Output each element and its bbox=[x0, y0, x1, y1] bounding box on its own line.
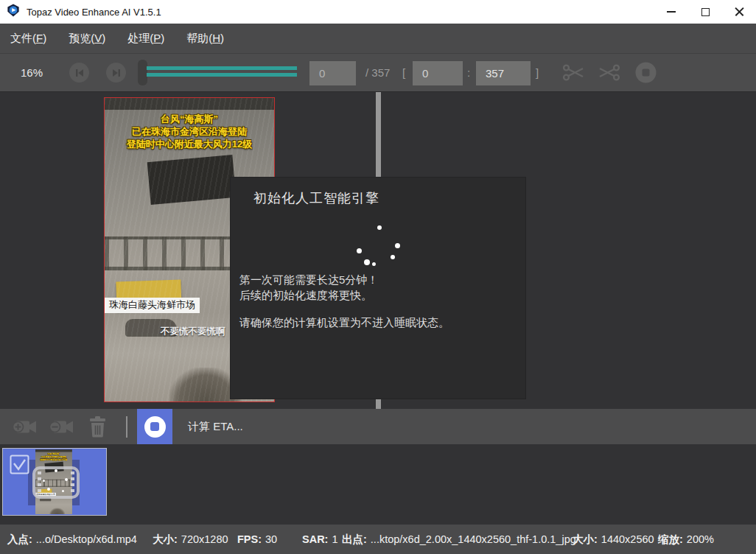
timeline-track-top[interactable] bbox=[147, 66, 297, 70]
sar-value: 1 bbox=[332, 533, 337, 545]
scale-label: 缩放: bbox=[658, 533, 683, 545]
location-tag: 珠海白藤头海鲜市场 bbox=[105, 298, 200, 313]
playback-toolbar: 16% / 357 [ : ] bbox=[0, 53, 756, 92]
in-size-label: 大小: bbox=[153, 533, 178, 545]
menu-help-close: ) bbox=[220, 32, 224, 44]
fps-value: 30 bbox=[265, 533, 277, 545]
out-size-value: 1440x2560 bbox=[601, 533, 654, 545]
fps-label: FPS: bbox=[237, 533, 262, 545]
menu-help-mnemonic: H bbox=[212, 32, 220, 44]
menu-preview-label: 预览( bbox=[69, 32, 94, 44]
skip-end-icon bbox=[112, 69, 121, 77]
maximize-icon bbox=[701, 8, 710, 16]
video-caption: 不要慌不要慌啊 bbox=[161, 326, 225, 338]
menu-process[interactable]: 处理(P) bbox=[127, 32, 175, 46]
remove-video-button[interactable] bbox=[49, 418, 74, 439]
dialog-title: 初始化人工智能引擎 bbox=[253, 189, 379, 207]
menu-process-label: 处理( bbox=[127, 32, 153, 44]
menu-preview[interactable]: 预览(V) bbox=[69, 32, 116, 46]
dialog-line-1: 第一次可能需要长达5分钟！ bbox=[239, 272, 449, 287]
skip-end-button[interactable] bbox=[106, 63, 126, 83]
timeline-track-bottom[interactable] bbox=[147, 73, 297, 77]
trim-end-input[interactable] bbox=[476, 61, 531, 85]
menu-file-close: ) bbox=[43, 32, 46, 44]
in-point-label: 入点: bbox=[7, 533, 32, 545]
menu-file-label: 文件( bbox=[10, 32, 36, 44]
sar-label: SAR: bbox=[302, 533, 328, 545]
menu-help[interactable]: 帮助(H) bbox=[186, 32, 235, 46]
range-bracket-open: [ bbox=[402, 54, 405, 91]
trim-in-button[interactable] bbox=[562, 63, 584, 85]
add-video-button[interactable] bbox=[12, 418, 37, 439]
minimize-icon bbox=[667, 11, 676, 13]
init-engine-dialog: 初始化人工智能引擎 第一次可能需要长达5分钟！ 后续的初始化速度将更快。 请确保… bbox=[231, 178, 525, 399]
camera-minus-icon bbox=[49, 418, 74, 436]
stop-square-icon bbox=[144, 416, 166, 438]
range-bracket-close: ] bbox=[536, 54, 539, 91]
delete-video-button[interactable] bbox=[88, 416, 108, 441]
menu-process-mnemonic: P bbox=[153, 32, 161, 44]
stop-preview-button[interactable] bbox=[635, 62, 657, 86]
out-size-label: 大小: bbox=[573, 533, 598, 545]
dialog-line-3: 请确保您的计算机设置为不进入睡眠状态。 bbox=[239, 315, 449, 330]
current-frame-input[interactable] bbox=[309, 61, 356, 85]
trim-start-input[interactable] bbox=[413, 61, 463, 85]
skip-start-icon bbox=[75, 69, 84, 77]
menu-file-mnemonic: F bbox=[36, 32, 43, 44]
eta-status-label: 计算 ETA... bbox=[188, 409, 243, 444]
in-point-value: ...o/Desktop/x6d.mp4 bbox=[36, 533, 137, 545]
headline-line-1: 台风“海高斯” bbox=[105, 113, 274, 125]
range-separator: : bbox=[467, 54, 470, 91]
scale-value: 200% bbox=[687, 533, 714, 545]
preview-area: 台风“海高斯” 已在珠海市金湾区沿海登陆 登陆时中心附近最大风力12级 珠海白藤… bbox=[0, 92, 756, 409]
close-icon bbox=[735, 7, 744, 17]
scissors-right-icon bbox=[598, 63, 620, 82]
skip-start-button[interactable] bbox=[69, 63, 89, 83]
app-window: Topaz Video Enhance AI V1.5.1 文件(F) 预览(V… bbox=[0, 0, 756, 554]
headline-line-3: 登陆时中心附近最大风力12级 bbox=[105, 138, 274, 150]
camera-plus-icon bbox=[12, 418, 37, 436]
stop-circle-icon bbox=[635, 62, 657, 83]
maximize-button[interactable] bbox=[688, 0, 722, 24]
dialog-line-2: 后续的初始化速度将更快。 bbox=[239, 287, 449, 303]
status-bar: 入点:...o/Desktop/x6d.mp4 大小:720x1280 FPS:… bbox=[0, 525, 756, 554]
total-frames-label: / 357 bbox=[365, 54, 390, 91]
out-point-value: ...ktop/x6d_2.00x_1440x2560_thf-1.0.1_jp… bbox=[371, 533, 579, 545]
dialog-body: 第一次可能需要长达5分钟！ 后续的初始化速度将更快。 请确保您的计算机设置为不进… bbox=[239, 272, 449, 330]
scissors-left-icon bbox=[562, 63, 584, 82]
trash-icon bbox=[88, 416, 108, 438]
headline-line-2: 已在珠海市金湾区沿海登陆 bbox=[105, 125, 274, 138]
toolbar-divider bbox=[126, 416, 127, 438]
zoom-level-label: 16% bbox=[21, 54, 43, 91]
menu-preview-close: ) bbox=[102, 32, 105, 44]
checkbox-checked-icon bbox=[10, 455, 29, 474]
minimize-button[interactable] bbox=[654, 0, 688, 24]
in-size-value: 720x1280 bbox=[181, 533, 228, 545]
stop-processing-button[interactable] bbox=[137, 409, 172, 444]
menu-help-label: 帮助( bbox=[186, 32, 212, 44]
out-point-label: 出点: bbox=[342, 533, 367, 545]
video-headline: 台风“海高斯” 已在珠海市金湾区沿海登陆 登陆时中心附近最大风力12级 bbox=[105, 113, 274, 150]
queue-item-selected[interactable]: 台风“海高斯” 已在珠海市金湾区沿海登陆 登陆时中心附近最大风力12级 珠海白藤… bbox=[2, 448, 107, 516]
menu-preview-mnemonic: V bbox=[94, 32, 102, 44]
window-controls bbox=[654, 0, 756, 24]
menu-process-close: ) bbox=[161, 32, 164, 44]
queue-item-checkbox[interactable] bbox=[10, 455, 29, 477]
close-button[interactable] bbox=[722, 0, 756, 24]
title-bar: Topaz Video Enhance AI V1.5.1 bbox=[0, 0, 756, 24]
trim-out-button[interactable] bbox=[598, 63, 620, 85]
process-toolbar: 计算 ETA... bbox=[0, 409, 756, 444]
window-title: Topaz Video Enhance AI V1.5.1 bbox=[27, 7, 161, 18]
video-queue-strip: 台风“海高斯” 已在珠海市金湾区沿海登陆 登陆时中心附近最大风力12级 珠海白藤… bbox=[0, 444, 756, 525]
menu-file[interactable]: 文件(F) bbox=[10, 32, 57, 46]
menu-bar: 文件(F) 预览(V) 处理(P) 帮助(H) bbox=[0, 24, 756, 53]
app-logo-icon bbox=[7, 4, 20, 20]
